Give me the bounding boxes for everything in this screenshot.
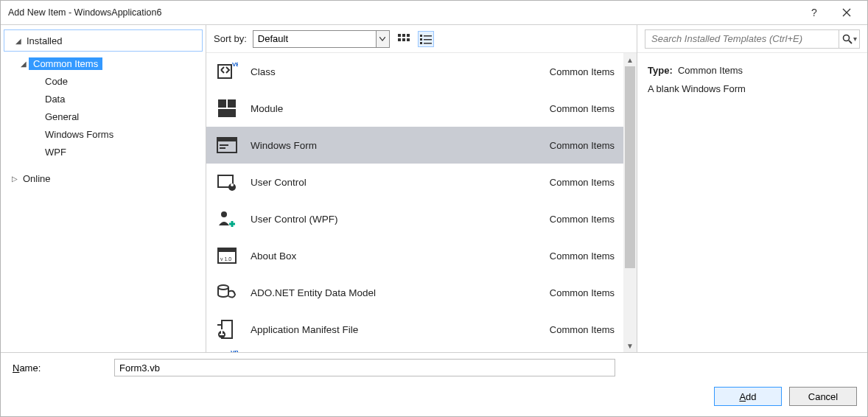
template-category: Common Items (550, 287, 615, 298)
template-icon (215, 281, 239, 304)
svg-rect-31 (220, 334, 224, 335)
scrollbar[interactable]: ▲ ▼ (623, 53, 637, 352)
svg-point-23 (231, 183, 234, 186)
name-row: Name: (11, 359, 857, 376)
dialog-window: Add New Item - WindowsApplication6 ? ◢ I… (0, 0, 868, 417)
view-medium-icons-button[interactable] (396, 31, 412, 47)
template-icon (215, 170, 239, 194)
template-icon: VB (215, 60, 239, 83)
chevron-down-icon: ◢ (13, 37, 24, 45)
sort-by-dropdown[interactable]: Default (253, 30, 390, 48)
button-row: Add Cancel (11, 384, 857, 410)
template-name: About Box (251, 250, 538, 262)
tree-label: Windows Forms (42, 128, 116, 141)
tree-node-wpf[interactable]: WPF (1, 143, 206, 161)
template-item[interactable]: User ControlCommon Items (206, 164, 623, 200)
svg-rect-7 (424, 35, 432, 37)
template-item[interactable]: User Control (WPF)Common Items (206, 200, 623, 237)
tree-node-code[interactable]: Code (1, 72, 206, 90)
template-category: Common Items (550, 140, 615, 151)
template-category: Common Items (550, 324, 615, 335)
template-name: Module (251, 103, 538, 114)
tree-node-windows-forms[interactable]: Windows Forms (1, 125, 206, 143)
template-icon (215, 207, 239, 231)
svg-rect-5 (407, 38, 410, 41)
svg-rect-26 (218, 248, 236, 252)
template-item[interactable]: ModuleCommon Items (206, 90, 623, 127)
svg-rect-10 (420, 42, 422, 44)
svg-point-24 (221, 211, 227, 217)
dialog-body: ◢ Installed ◢ Common Items Code Data Gen… (1, 24, 867, 352)
template-name: Class (251, 66, 538, 77)
svg-rect-6 (420, 35, 422, 37)
window-title: Add New Item - WindowsApplication6 (8, 7, 798, 18)
svg-rect-19 (220, 144, 228, 146)
search-icon[interactable]: ▾ (839, 30, 859, 48)
search-input-wrap: ▾ (645, 29, 860, 49)
svg-rect-11 (424, 43, 432, 44)
tree-label: Common Items (29, 57, 102, 70)
view-small-icons-button[interactable] (418, 31, 434, 47)
tree-node-installed[interactable]: ◢ Installed (4, 29, 203, 52)
svg-rect-16 (218, 109, 236, 117)
chevron-right-icon: ▷ (10, 175, 20, 183)
tree-label: WPF (42, 146, 69, 158)
type-line: Type: Common Items (648, 65, 857, 76)
template-list[interactable]: VBClassCommon ItemsModuleCommon ItemsWin… (206, 53, 623, 352)
svg-rect-8 (420, 38, 422, 41)
svg-rect-30 (221, 329, 223, 334)
svg-rect-4 (402, 38, 405, 41)
tree-label: Online (20, 172, 54, 185)
svg-point-28 (218, 285, 228, 290)
svg-rect-1 (402, 34, 405, 37)
template-category: Common Items (550, 177, 615, 188)
sort-by-value: Default (253, 33, 376, 44)
svg-rect-3 (398, 38, 401, 41)
cancel-button[interactable]: Cancel (789, 387, 857, 406)
tree-node-common-items[interactable]: ◢ Common Items (1, 55, 206, 72)
tree-node-online[interactable]: ▷ Online (1, 169, 206, 187)
template-icon (215, 133, 239, 157)
svg-rect-12 (218, 65, 231, 78)
svg-rect-0 (398, 34, 401, 37)
name-input[interactable] (114, 359, 615, 376)
svg-rect-15 (228, 99, 236, 108)
tree-node-data[interactable]: Data (1, 90, 206, 108)
tree-node-general[interactable]: General (1, 108, 206, 125)
svg-text:v 1.0: v 1.0 (220, 256, 231, 262)
scroll-down-icon[interactable]: ▼ (623, 339, 637, 352)
template-item[interactable]: Windows FormCommon Items (206, 127, 623, 164)
template-category: Common Items (550, 66, 615, 77)
svg-rect-2 (407, 34, 410, 37)
help-button[interactable]: ? (798, 2, 830, 23)
scroll-thumb[interactable] (625, 66, 635, 268)
template-name: ADO.NET Entity Data Model (251, 287, 538, 298)
tree-label: Installed (24, 35, 65, 47)
template-name: User Control (WPF) (251, 214, 538, 225)
template-name: User Control (251, 177, 538, 188)
svg-rect-14 (218, 99, 226, 108)
template-category: Common Items (550, 250, 615, 262)
svg-point-34 (843, 35, 849, 41)
template-name: Windows Form (251, 140, 538, 151)
name-label: Name: (11, 362, 107, 374)
close-button[interactable] (830, 2, 863, 23)
template-item[interactable]: v 1.0About BoxCommon Items (206, 237, 623, 274)
detail-pane: Type: Common Items A blank Windows Form (637, 53, 867, 106)
search-input[interactable] (645, 33, 839, 44)
template-icon: v 1.0 (215, 244, 239, 267)
template-item[interactable]: VBClassCommon Items (206, 53, 623, 90)
scroll-track[interactable] (623, 66, 637, 339)
template-item[interactable]: ADO.NET Entity Data ModelCommon Items (206, 274, 623, 311)
sort-by-label: Sort by: (214, 33, 247, 44)
template-icon (215, 97, 239, 120)
template-pane: Sort by: Default VBClassCommon ItemsModu… (206, 25, 637, 352)
chevron-down-icon: ◢ (18, 60, 29, 68)
titlebar: Add New Item - WindowsApplication6 ? (1, 1, 867, 24)
dialog-footer: Name: Add Cancel (1, 352, 867, 416)
scroll-up-icon[interactable]: ▲ (623, 53, 637, 66)
tree-label: Code (42, 75, 71, 88)
template-item[interactable]: Application Manifest FileCommon Items (206, 311, 623, 348)
svg-rect-20 (220, 147, 225, 149)
add-button[interactable]: Add (714, 387, 782, 406)
